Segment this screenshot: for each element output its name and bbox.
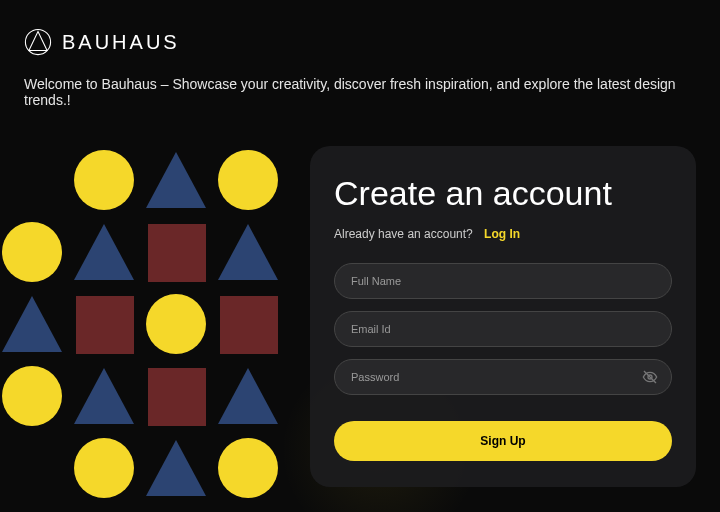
- circle-icon: [2, 222, 62, 282]
- card-title: Create an account: [334, 174, 672, 213]
- fullname-input[interactable]: [334, 263, 672, 299]
- subtitle-row: Already have an account? Log In: [334, 227, 672, 241]
- circle-icon: [74, 438, 134, 498]
- triangle-icon: [74, 224, 134, 280]
- square-icon: [148, 368, 206, 426]
- eye-off-icon[interactable]: [642, 369, 658, 385]
- logo-icon: [24, 28, 52, 56]
- circle-icon: [2, 366, 62, 426]
- square-icon: [220, 296, 278, 354]
- main-area: Create an account Already have an accoun…: [0, 120, 720, 512]
- password-field-wrapper: [334, 359, 672, 395]
- signup-card: Create an account Already have an accoun…: [310, 146, 696, 487]
- login-link[interactable]: Log In: [484, 227, 520, 241]
- triangle-icon: [218, 224, 278, 280]
- triangle-icon: [2, 296, 62, 352]
- square-icon: [76, 296, 134, 354]
- email-input[interactable]: [334, 311, 672, 347]
- welcome-text: Welcome to Bauhaus – Showcase your creat…: [0, 68, 720, 108]
- triangle-icon: [146, 152, 206, 208]
- header: BAUHAUS: [0, 0, 720, 68]
- triangle-icon: [146, 440, 206, 496]
- triangle-icon: [218, 368, 278, 424]
- circle-icon: [146, 294, 206, 354]
- circle-icon: [218, 150, 278, 210]
- email-field-wrapper: [334, 311, 672, 347]
- decorative-shapes: [0, 142, 310, 512]
- subtitle-text: Already have an account?: [334, 227, 473, 241]
- signup-button[interactable]: Sign Up: [334, 421, 672, 461]
- circle-icon: [218, 438, 278, 498]
- circle-icon: [74, 150, 134, 210]
- fullname-field-wrapper: [334, 263, 672, 299]
- brand-name: BAUHAUS: [62, 31, 180, 54]
- triangle-icon: [74, 368, 134, 424]
- password-input[interactable]: [334, 359, 672, 395]
- square-icon: [148, 224, 206, 282]
